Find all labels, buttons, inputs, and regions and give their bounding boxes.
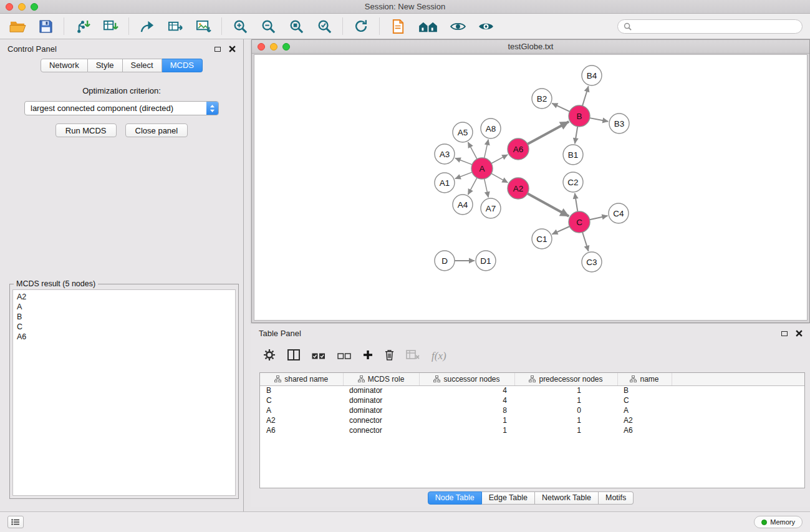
close-table-panel-icon[interactable] <box>796 330 803 337</box>
edge-A-A1[interactable] <box>455 172 472 178</box>
mcds-result-list[interactable]: A2ABCA6 <box>12 289 236 496</box>
column-header-name[interactable]: name <box>617 373 672 385</box>
save-session-button[interactable] <box>36 16 55 36</box>
function-builder-button[interactable]: f(x) <box>432 350 446 362</box>
show-panels-button[interactable] <box>7 516 24 528</box>
edge-C-C3[interactable] <box>582 232 589 251</box>
memory-button[interactable]: Memory <box>754 516 803 528</box>
mcds-result-item[interactable]: A <box>17 302 231 312</box>
close-network-window-button[interactable] <box>258 43 265 51</box>
cell-successor-nodes[interactable]: 4 <box>419 385 514 395</box>
edge-A2-C[interactable] <box>528 193 569 216</box>
zoom-fit-button[interactable] <box>286 16 306 36</box>
node-A8[interactable]: A8 <box>481 118 501 138</box>
minimize-window-button[interactable] <box>18 3 26 11</box>
export-network-button[interactable] <box>137 16 157 36</box>
document-toolbar-button[interactable] <box>388 16 408 36</box>
edge-B-B1[interactable] <box>575 127 577 143</box>
edge-A-A2[interactable] <box>491 173 508 183</box>
edge-A-A3[interactable] <box>455 158 472 164</box>
edge-B-B3[interactable] <box>590 118 609 122</box>
mcds-result-item[interactable]: C <box>17 322 231 332</box>
delete-table-button[interactable] <box>406 350 420 362</box>
cell-successor-nodes[interactable]: 1 <box>419 415 514 425</box>
minimize-network-window-button[interactable] <box>270 43 277 51</box>
deselect-all-button[interactable] <box>337 351 351 362</box>
cell-name[interactable]: A2 <box>617 415 672 425</box>
node-A5[interactable]: A5 <box>453 122 473 142</box>
export-image-button[interactable] <box>193 16 213 36</box>
tab-style[interactable]: Style <box>88 59 123 72</box>
cell-predecessor-nodes[interactable]: 0 <box>514 405 617 415</box>
delete-row-button[interactable] <box>385 349 394 363</box>
table-row[interactable]: A6connector11A6 <box>260 425 804 435</box>
node-B4[interactable]: B4 <box>582 65 602 85</box>
column-header-shared-name[interactable]: shared name <box>260 373 343 385</box>
zoom-selected-button[interactable] <box>314 16 334 36</box>
node-C1[interactable]: C1 <box>532 229 552 249</box>
table-row[interactable]: Cdominator41C <box>260 395 804 405</box>
import-table-file-button[interactable] <box>100 16 120 36</box>
node-A2[interactable]: A2 <box>508 178 529 199</box>
cell-shared-name[interactable]: C <box>260 395 343 405</box>
select-all-button[interactable] <box>312 351 325 362</box>
table-settings-button[interactable] <box>263 349 276 364</box>
show-columns-button[interactable] <box>287 349 300 363</box>
cell-predecessor-nodes[interactable]: 1 <box>514 415 617 425</box>
node-C2[interactable]: C2 <box>563 172 583 192</box>
table-row[interactable]: Adominator80A <box>260 405 804 415</box>
cell-successor-nodes[interactable]: 8 <box>419 405 514 415</box>
mcds-result-item[interactable]: A6 <box>17 332 231 342</box>
zoom-network-window-button[interactable] <box>282 43 290 51</box>
cell-successor-nodes[interactable]: 1 <box>419 425 514 435</box>
table-row[interactable]: Bdominator41B <box>260 385 804 395</box>
column-header-predecessor-nodes[interactable]: predecessor nodes <box>514 373 617 385</box>
fullscreen-window-button[interactable] <box>31 3 38 11</box>
edge-C-C1[interactable] <box>552 226 569 235</box>
network-canvas[interactable]: ABCA2A6A1A3A4A5A7A8B1B2B3B4C1C2C3C4DD1 <box>254 54 808 321</box>
refresh-view-button[interactable] <box>351 16 371 36</box>
close-window-button[interactable] <box>6 3 13 11</box>
open-session-button[interactable] <box>7 16 27 36</box>
node-D[interactable]: D <box>435 251 455 271</box>
node-A3[interactable]: A3 <box>435 144 455 164</box>
network-svg[interactable]: ABCA2A6A1A3A4A5A7A8B1B2B3B4C1C2C3C4DD1 <box>254 55 808 321</box>
criterion-dropdown[interactable]: largest connected component (directed) <box>24 101 219 115</box>
cell-successor-nodes[interactable]: 4 <box>419 395 514 405</box>
cell-MCDS-role[interactable]: dominator <box>343 395 419 405</box>
node-A7[interactable]: A7 <box>481 198 501 218</box>
network-window-titlebar[interactable]: testGlobe.txt <box>252 40 809 54</box>
column-header-successor-nodes[interactable]: successor nodes <box>419 373 514 385</box>
cell-shared-name[interactable]: A2 <box>260 415 343 425</box>
mcds-result-item[interactable]: A2 <box>17 292 231 302</box>
edge-C-C2[interactable] <box>575 193 578 211</box>
node-B2[interactable]: B2 <box>532 89 552 109</box>
annotation-eye-button[interactable] <box>448 16 468 36</box>
cell-MCDS-role[interactable]: dominator <box>343 385 419 395</box>
node-B[interactable]: B <box>569 105 590 127</box>
tab-mcds[interactable]: MCDS <box>162 59 203 72</box>
edge-A6-B[interactable] <box>528 122 569 144</box>
zoom-out-button[interactable] <box>258 16 278 36</box>
node-B3[interactable]: B3 <box>609 114 629 133</box>
edge-B-B2[interactable] <box>552 104 569 112</box>
search-input[interactable] <box>635 22 796 31</box>
tab-motifs[interactable]: Motifs <box>599 491 634 505</box>
node-A[interactable]: A <box>471 158 493 179</box>
home-network-button[interactable] <box>416 16 440 36</box>
close-panel-button[interactable]: Close panel <box>125 123 188 137</box>
node-C[interactable]: C <box>569 211 590 233</box>
edge-A-A7[interactable] <box>485 179 489 198</box>
cell-name[interactable]: A6 <box>617 425 672 435</box>
cell-name[interactable]: C <box>617 395 672 405</box>
node-A6[interactable]: A6 <box>508 138 529 160</box>
zoom-in-button[interactable] <box>230 16 250 36</box>
cell-shared-name[interactable]: A6 <box>260 425 343 435</box>
cell-name[interactable]: A <box>617 405 672 415</box>
node-C4[interactable]: C4 <box>609 203 629 223</box>
tab-network-table[interactable]: Network Table <box>535 491 599 505</box>
cell-MCDS-role[interactable]: dominator <box>343 405 419 415</box>
node-D1[interactable]: D1 <box>476 251 496 271</box>
tab-node-table[interactable]: Node Table <box>428 491 482 505</box>
export-table-button[interactable] <box>165 16 185 36</box>
